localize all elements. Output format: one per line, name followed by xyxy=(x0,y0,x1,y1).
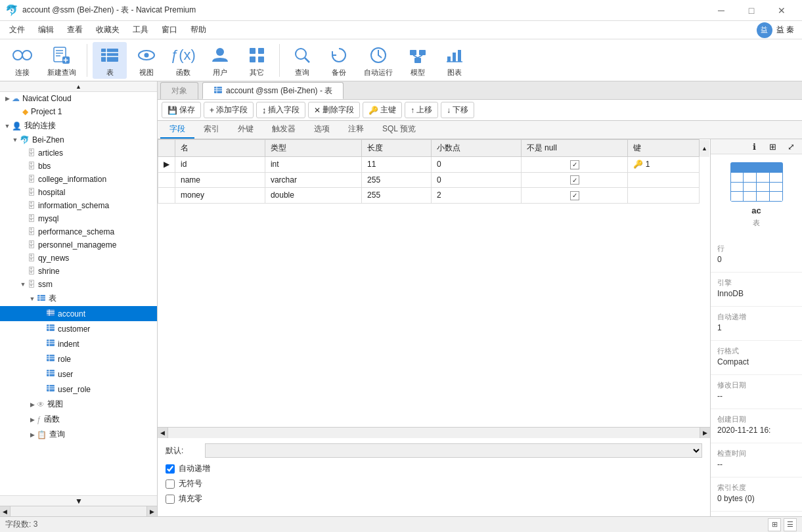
field-name-money[interactable]: money xyxy=(175,188,265,204)
sidebar-item-mysql[interactable]: 🗄 mysql xyxy=(0,212,157,225)
sidebar-hscroll[interactable]: ◀ ▶ xyxy=(0,506,157,516)
tb-new-query[interactable]: 新建查询 xyxy=(42,42,81,79)
hscroll-left[interactable]: ◀ xyxy=(158,428,168,438)
sidebar-item-views-folder[interactable]: ▶ 👁 视图 xyxy=(0,397,157,412)
table-area[interactable]: 名 类型 长度 小数点 不是 null 键 ▲ xyxy=(158,139,710,427)
tab-trigger[interactable]: 触发器 xyxy=(263,121,305,139)
tb-query[interactable]: 查询 xyxy=(285,42,319,79)
sidebar-item-my-connections[interactable]: ▼ 👤 我的连接 xyxy=(0,118,157,133)
sidebar-scroll-down[interactable]: ▼ xyxy=(0,495,158,506)
table-row[interactable]: ▶ id int 11 0 🔑 1 xyxy=(158,157,710,173)
field-length-name[interactable]: 255 xyxy=(362,172,432,188)
tb-table[interactable]: 表 xyxy=(93,42,127,79)
move-up-button[interactable]: ↑ 上移 xyxy=(405,102,438,118)
delete-field-button[interactable]: ✕ 删除字段 xyxy=(308,102,360,118)
sidebar-item-user-role[interactable]: user_role xyxy=(0,382,157,397)
auto-increment-checkbox[interactable] xyxy=(166,464,175,474)
tab-active[interactable]: account @ssm (Bei-Zhen) - 表 xyxy=(202,82,344,99)
field-type-id[interactable]: int xyxy=(265,157,361,173)
tb-backup[interactable]: 备份 xyxy=(322,42,356,79)
sidebar-item-functions-folder[interactable]: ▶ ƒ 函数 xyxy=(0,412,157,427)
tb-function[interactable]: ƒ(x) 函数 xyxy=(166,42,200,79)
tb-other[interactable]: 其它 xyxy=(240,42,274,79)
sidebar-item-perf-schema[interactable]: 🗄 performance_schema xyxy=(0,225,157,238)
field-notnull-id[interactable] xyxy=(521,157,628,173)
field-decimal-id[interactable]: 0 xyxy=(431,157,521,173)
primary-key-button[interactable]: 🔑 主键 xyxy=(363,102,402,118)
col-header-not-null[interactable]: 不是 null xyxy=(521,140,628,157)
sidebar-item-queries-folder[interactable]: ▶ 📋 查询 xyxy=(0,427,157,442)
hscroll-thumb[interactable] xyxy=(168,428,700,438)
field-notnull-money[interactable] xyxy=(521,188,628,204)
tb-model[interactable]: 模型 xyxy=(401,42,435,79)
sidebar-item-navicat-cloud[interactable]: ▶ ☁ Navicat Cloud xyxy=(0,92,157,105)
notnull-checkbox-name[interactable] xyxy=(570,175,579,185)
status-list-icon[interactable]: ☰ xyxy=(784,518,797,531)
menu-edit[interactable]: 编辑 xyxy=(32,22,60,38)
notnull-checkbox-id[interactable] xyxy=(570,160,579,169)
tb-chart[interactable]: 图表 xyxy=(437,42,472,79)
tab-foreign-key[interactable]: 外键 xyxy=(229,121,263,139)
rp-expand-icon[interactable]: ⤢ xyxy=(784,139,798,154)
menu-tools[interactable]: 工具 xyxy=(126,22,155,38)
col-header-type[interactable]: 类型 xyxy=(265,140,361,157)
hscroll-right[interactable]: ▶ xyxy=(700,428,710,438)
table-row[interactable]: money double 255 2 xyxy=(158,188,710,204)
table-hscroll[interactable]: ◀ ▶ xyxy=(158,427,710,437)
tab-comment[interactable]: 注释 xyxy=(339,121,373,139)
field-notnull-name[interactable] xyxy=(521,172,628,188)
sidebar-item-articles[interactable]: 🗄 articles xyxy=(0,146,157,160)
sidebar-item-tables-folder[interactable]: ▼ 表 xyxy=(0,291,157,306)
col-header-decimal[interactable]: 小数点 xyxy=(431,140,521,157)
sidebar-item-qy-news[interactable]: 🗄 qy_news xyxy=(0,252,157,265)
maximize-button[interactable]: □ xyxy=(736,0,767,21)
menu-favorites[interactable]: 收藏夹 xyxy=(89,22,126,38)
menu-window[interactable]: 窗口 xyxy=(155,22,184,38)
tb-view[interactable]: 视图 xyxy=(129,42,164,79)
tb-scheduler[interactable]: 自动运行 xyxy=(359,42,398,79)
sidebar-item-info-schema[interactable]: 🗄 information_schema xyxy=(0,199,157,212)
field-name-name[interactable]: name xyxy=(175,172,265,188)
default-select[interactable] xyxy=(205,443,702,458)
field-name-id[interactable]: id xyxy=(175,157,265,173)
save-button[interactable]: 💾 保存 xyxy=(162,102,201,118)
tab-options[interactable]: 选项 xyxy=(305,121,339,139)
sidebar-item-shrine[interactable]: 🗄 shrine xyxy=(0,265,157,278)
sidebar-item-bei-zhen[interactable]: ▼ 🐬 Bei-Zhen xyxy=(0,133,157,146)
zerofill-checkbox[interactable] xyxy=(166,495,175,504)
notnull-checkbox-money[interactable] xyxy=(570,191,579,200)
tab-index[interactable]: 索引 xyxy=(194,121,229,139)
tab-object[interactable]: 对象 xyxy=(160,82,198,99)
sidebar-item-bbs[interactable]: 🗄 bbs xyxy=(0,160,157,173)
table-row[interactable]: name varchar 255 0 xyxy=(158,172,710,188)
sidebar-item-college[interactable]: 🗄 college_information xyxy=(0,173,157,186)
rp-grid-icon[interactable]: ⊞ xyxy=(765,139,780,154)
sidebar-item-ssm[interactable]: ▼ 🗄 ssm xyxy=(0,278,157,291)
unsigned-checkbox[interactable] xyxy=(166,479,175,489)
menu-view[interactable]: 查看 xyxy=(60,22,89,38)
tb-connect[interactable]: 连接 xyxy=(5,42,39,79)
tab-sql-preview[interactable]: SQL 预览 xyxy=(373,121,425,139)
sidebar-item-personnel[interactable]: 🗄 personnel_manageme xyxy=(0,238,157,252)
insert-field-button[interactable]: ↨ 插入字段 xyxy=(256,102,305,118)
field-length-money[interactable]: 255 xyxy=(362,188,432,204)
col-header-length[interactable]: 长度 xyxy=(362,140,432,157)
minimize-button[interactable]: ─ xyxy=(706,0,736,21)
menu-file[interactable]: 文件 xyxy=(3,22,32,38)
field-decimal-money[interactable]: 2 xyxy=(431,188,521,204)
status-grid-icon[interactable]: ⊞ xyxy=(768,518,781,531)
add-field-button[interactable]: + 添加字段 xyxy=(204,102,254,118)
sidebar-scroll-up[interactable]: ▲ xyxy=(0,81,157,92)
field-type-money[interactable]: double xyxy=(265,188,361,204)
tb-user[interactable]: 用户 xyxy=(203,42,237,79)
move-down-button[interactable]: ↓ 下移 xyxy=(441,102,474,118)
sidebar-item-user[interactable]: user xyxy=(0,366,157,382)
sidebar-item-indent[interactable]: indent xyxy=(0,336,157,351)
menu-help[interactable]: 帮助 xyxy=(184,22,213,38)
rp-info-icon[interactable]: ℹ xyxy=(747,139,761,154)
col-header-key[interactable]: 键 xyxy=(628,140,700,157)
field-type-name[interactable]: varchar xyxy=(265,172,361,188)
sidebar-item-project1[interactable]: ◆ Project 1 xyxy=(0,105,157,118)
col-header-name[interactable]: 名 xyxy=(175,140,265,157)
tab-fields[interactable]: 字段 xyxy=(160,121,194,139)
